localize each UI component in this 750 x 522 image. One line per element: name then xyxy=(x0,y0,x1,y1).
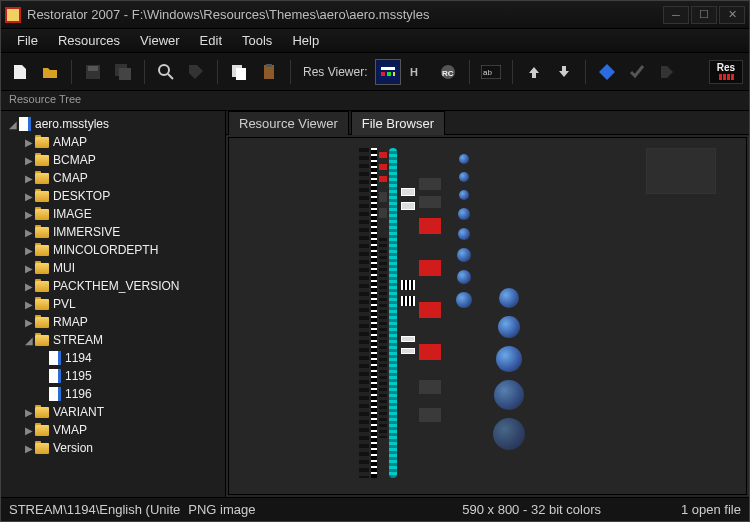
menu-file[interactable]: File xyxy=(7,30,48,51)
tree-folder[interactable]: ▶IMAGE xyxy=(7,205,223,223)
tree-folder[interactable]: ▶VMAP xyxy=(7,421,223,439)
save-button[interactable] xyxy=(80,59,106,85)
close-button[interactable]: ✕ xyxy=(719,6,745,24)
resource-tree[interactable]: ◢aero.msstyles ▶AMAP ▶BCMAP ▶CMAP ▶DESKT… xyxy=(1,111,226,497)
app-icon xyxy=(5,7,21,23)
maximize-button[interactable]: ☐ xyxy=(691,6,717,24)
svg-line-7 xyxy=(168,74,173,79)
svg-text:H: H xyxy=(410,66,418,78)
tree-folder[interactable]: ▶BCMAP xyxy=(7,151,223,169)
svg-rect-5 xyxy=(119,68,131,80)
status-path: STREAM\1194\English (Unite xyxy=(9,502,180,517)
svg-rect-9 xyxy=(236,68,246,80)
tree-root[interactable]: ◢aero.msstyles xyxy=(7,115,223,133)
tree-folder[interactable]: ▶MINCOLORDEPTH xyxy=(7,241,223,259)
menu-edit[interactable]: Edit xyxy=(190,30,232,51)
file-icon xyxy=(19,117,31,131)
menu-help[interactable]: Help xyxy=(282,30,329,51)
window-title: Restorator 2007 - F:\Windows\Resources\T… xyxy=(27,7,663,22)
page-icon xyxy=(49,351,61,365)
tree-item[interactable]: 1196 xyxy=(7,385,223,403)
open-button[interactable] xyxy=(37,59,63,85)
titlebar: Restorator 2007 - F:\Windows\Resources\T… xyxy=(1,1,749,29)
viewer-rc-button[interactable]: RC xyxy=(435,59,461,85)
down-arrow-button[interactable] xyxy=(551,59,577,85)
status-open-files: 1 open file xyxy=(681,502,741,517)
menu-tools[interactable]: Tools xyxy=(232,30,282,51)
viewer-hex-button[interactable]: H xyxy=(405,59,431,85)
svg-rect-12 xyxy=(381,67,395,70)
minimize-button[interactable]: ─ xyxy=(663,6,689,24)
image-preview xyxy=(359,148,579,478)
svg-rect-10 xyxy=(266,64,272,67)
up-arrow-button[interactable] xyxy=(521,59,547,85)
tree-item[interactable]: 1194 xyxy=(7,349,223,367)
svg-rect-13 xyxy=(381,72,385,76)
svg-rect-15 xyxy=(393,72,395,76)
svg-rect-1 xyxy=(7,9,19,21)
svg-text:ab: ab xyxy=(483,68,492,77)
folder-icon xyxy=(35,137,49,148)
tree-folder[interactable]: ▶AMAP xyxy=(7,133,223,151)
viewer-text-button[interactable]: ab xyxy=(478,59,504,85)
tree-folder[interactable]: ▶Version xyxy=(7,439,223,457)
tree-folder[interactable]: ▶IMMERSIVE xyxy=(7,223,223,241)
tree-folder[interactable]: ▶RMAP xyxy=(7,313,223,331)
tree-folder[interactable]: ▶PACKTHEM_VERSION xyxy=(7,277,223,295)
image-viewer[interactable] xyxy=(228,137,747,495)
find-button[interactable] xyxy=(153,59,179,85)
save-all-button[interactable] xyxy=(110,59,136,85)
copy-button[interactable] xyxy=(226,59,252,85)
res-viewer-label: Res Viewer: xyxy=(303,65,367,79)
svg-rect-14 xyxy=(387,72,391,76)
tab-resource-viewer[interactable]: Resource Viewer xyxy=(228,111,349,135)
tree-item[interactable]: 1195 xyxy=(7,367,223,385)
svg-point-6 xyxy=(159,65,169,75)
tree-folder[interactable]: ▶PVL xyxy=(7,295,223,313)
status-dimensions: 590 x 800 - 32 bit colors xyxy=(462,502,601,517)
undo-tag-button[interactable] xyxy=(654,59,680,85)
tree-folder[interactable]: ▶CMAP xyxy=(7,169,223,187)
tree-header: Resource Tree xyxy=(1,91,749,111)
tree-folder-stream[interactable]: ◢STREAM xyxy=(7,331,223,349)
tab-file-browser[interactable]: File Browser xyxy=(351,111,445,135)
tree-folder[interactable]: ▶DESKTOP xyxy=(7,187,223,205)
status-type: PNG image xyxy=(188,502,255,517)
menu-resources[interactable]: Resources xyxy=(48,30,130,51)
new-file-button[interactable] xyxy=(7,59,33,85)
check-button[interactable] xyxy=(624,59,650,85)
paste-button[interactable] xyxy=(256,59,282,85)
status-bar: STREAM\1194\English (Unite PNG image 590… xyxy=(1,497,749,521)
tag-button[interactable] xyxy=(183,59,209,85)
ghost-panel xyxy=(646,148,716,194)
tree-folder[interactable]: ▶VARIANT xyxy=(7,403,223,421)
svg-rect-3 xyxy=(88,66,98,71)
svg-text:RC: RC xyxy=(442,69,454,78)
restorator-logo: Res xyxy=(709,60,743,84)
viewer-tabs: Resource Viewer File Browser xyxy=(226,111,749,135)
menu-viewer[interactable]: Viewer xyxy=(130,30,190,51)
toolbar: Res Viewer: H RC ab Res xyxy=(1,53,749,91)
menubar: File Resources Viewer Edit Tools Help xyxy=(1,29,749,53)
nav-diamond-button[interactable] xyxy=(594,59,620,85)
viewer-default-button[interactable] xyxy=(375,59,401,85)
tree-folder[interactable]: ▶MUI xyxy=(7,259,223,277)
